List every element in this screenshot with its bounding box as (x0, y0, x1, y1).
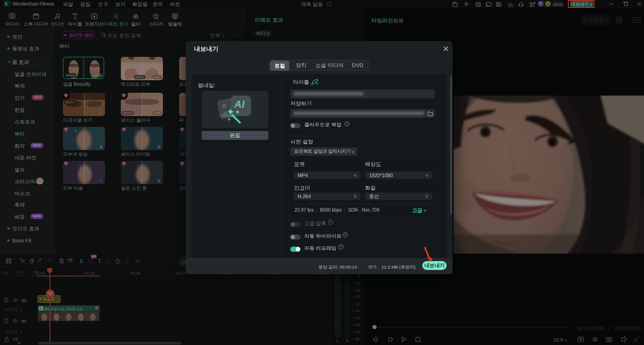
svg-text:AI: AI (316, 82, 319, 85)
